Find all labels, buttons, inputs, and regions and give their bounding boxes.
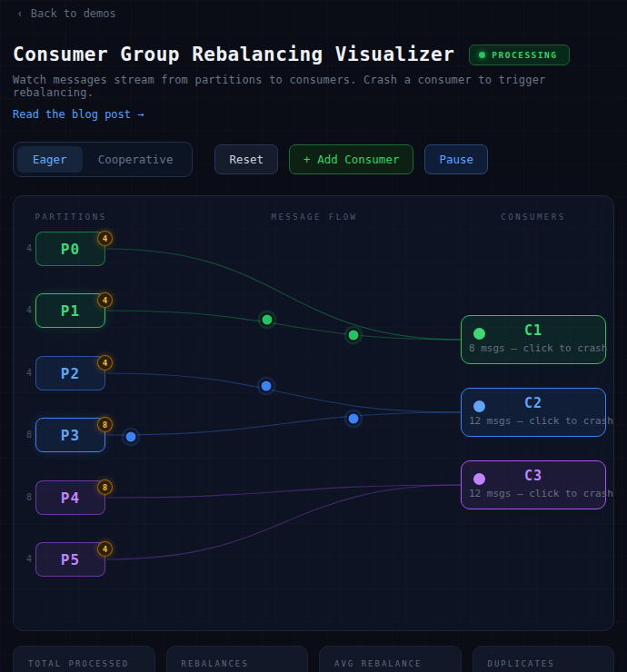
reset-button[interactable]: Reset [214,144,278,174]
visualizer-panel: PARTITIONSMESSAGE FLOWCONSUMERS4P044P144… [13,195,614,631]
column-header-partitions: PARTITIONS [35,212,106,222]
add-consumer-button[interactable]: + Add Consumer [289,144,413,174]
partition-box-p1[interactable]: P14 [35,293,105,328]
flow-line-p5-c3 [107,485,462,559]
consumer-box-c2[interactable]: C212 msgs — click to crash [461,388,606,437]
pending-messages-badge: 4 [97,292,113,308]
stat-label: TOTAL PROCESSED [28,659,140,668]
flow-line-p4-c3 [107,485,462,498]
stat-card-rebalances: REBALANCES0 [166,646,309,672]
consumer-status-dot-icon [473,400,485,412]
tab-cooperative[interactable]: Cooperative [83,146,189,173]
message-dot [344,410,363,429]
message-dot [257,377,276,396]
stats-row: TOTAL PROCESSED32REBALANCES0AVG REBALANC… [13,646,614,672]
partition-count-label: 8 [14,492,32,502]
page-subtitle: Watch messages stream from partitions to… [13,74,614,99]
pending-messages-badge: 4 [97,231,113,246]
back-chevron-icon: ‹ [16,6,24,20]
partition-box-p0[interactable]: P04 [35,232,105,266]
partition-count-label: 8 [14,430,32,440]
stat-label: DUPLICATES [488,659,600,668]
partition-label: P0 [61,241,80,258]
partition-box-p3[interactable]: P38 [35,418,105,452]
partition-count-label: 4 [14,243,32,253]
consumer-box-c1[interactable]: C18 msgs — click to crash [461,315,606,364]
partition-label: P2 [61,365,80,382]
tab-eager[interactable]: Eager [17,146,83,173]
partition-label: P4 [61,489,80,507]
consumer-status-text: 12 msgs — click to crash [462,415,605,427]
partition-label: P1 [61,302,80,320]
strategy-tab-group: EagerCooperative [13,142,193,177]
status-badge-label: PROCESSING [492,50,557,60]
pause-button[interactable]: Pause [424,144,488,174]
back-link-label: Back to demos [31,7,116,20]
stat-label: AVG REBALANCE [334,659,446,668]
pending-messages-badge: 8 [97,417,113,432]
partition-box-p4[interactable]: P48 [35,480,105,515]
partition-box-p5[interactable]: P54 [35,542,105,577]
consumer-box-c3[interactable]: C312 msgs — click to crash [461,460,606,509]
title-row: Consumer Group Rebalancing Visualizer PR… [13,44,614,65]
partition-label: P3 [61,427,80,444]
blog-post-link[interactable]: Read the blog post → [13,108,144,121]
partition-count-label: 4 [14,368,32,378]
flow-line-p0-c1 [107,249,462,340]
stat-card-total-processed: TOTAL PROCESSED32 [13,646,155,672]
page-title: Consumer Group Rebalancing Visualizer [13,44,454,65]
status-dot-icon [479,52,485,58]
consumer-status-text: 8 msgs — click to crash [462,342,605,354]
status-badge: PROCESSING [469,44,569,65]
controls-bar: EagerCooperative Reset + Add Consumer Pa… [13,142,614,177]
pending-messages-badge: 8 [97,479,113,495]
partition-label: P5 [61,551,80,568]
flow-line-p3-c2 [107,412,462,435]
partition-count-label: 4 [14,554,32,564]
column-header-message-flow: MESSAGE FLOW [271,212,357,222]
consumer-status-dot-icon [473,473,485,485]
message-dot [258,311,277,330]
back-to-demos-link[interactable]: ‹ Back to demos [16,6,116,20]
flow-line-p1-c1 [107,311,462,340]
page: ‹ Back to demos Consumer Group Rebalanci… [0,0,627,672]
partition-box-p2[interactable]: P24 [35,356,105,390]
consumer-status-text: 12 msgs — click to crash [462,488,605,499]
consumer-status-dot-icon [473,328,485,340]
pending-messages-badge: 4 [97,355,113,371]
stat-card-avg-rebalance: AVG REBALANCE0.0s [319,646,462,672]
column-header-consumers: CONSUMERS [501,212,565,222]
message-dot [344,326,363,345]
partition-count-label: 4 [14,305,32,315]
flow-line-p2-c2 [107,373,462,412]
stat-card-duplicates: DUPLICATES0 [473,646,615,672]
message-dot [122,428,141,447]
pending-messages-badge: 4 [97,541,113,557]
stat-label: REBALANCES [182,659,294,668]
